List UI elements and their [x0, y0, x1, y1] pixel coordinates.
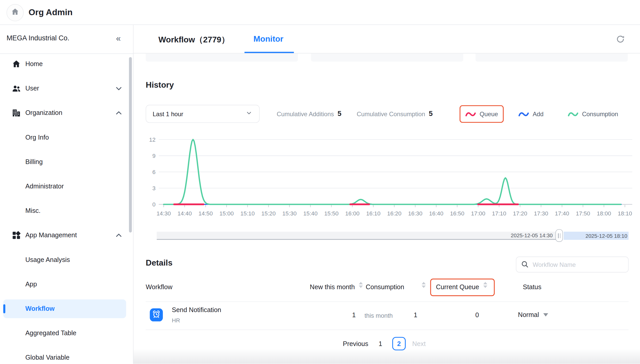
sidebar-item-workflow[interactable]: Workflow: [0, 297, 134, 321]
sidebar-item-label: Home: [25, 60, 43, 68]
workflow-name[interactable]: Send Notification: [172, 306, 221, 314]
cell-new-suffix: this month: [365, 312, 393, 319]
stat-value: 5: [429, 110, 433, 118]
sidebar-item-label: Administrator: [25, 183, 64, 190]
content-bottom-fade: [134, 349, 640, 364]
sidebar-item-label: App: [25, 281, 37, 288]
sidebar-item-administrator[interactable]: Administrator: [0, 174, 134, 199]
sidebar-item-label: User: [25, 85, 39, 92]
home-avatar[interactable]: [6, 4, 24, 21]
search-input[interactable]: [516, 257, 629, 272]
sidebar-item-label: Global Variable: [25, 354, 69, 361]
legend-label: Add: [533, 111, 544, 117]
sidebar-item-user[interactable]: User: [0, 76, 134, 101]
svg-text:15:20: 15:20: [261, 210, 276, 217]
sidebar-item-label: Organization: [25, 109, 62, 117]
sidebar-item-app-management[interactable]: App Management: [0, 223, 134, 248]
stat-label: Cumulative Additions: [277, 110, 334, 117]
row-divider-top: [146, 302, 628, 302]
sort-current-queue[interactable]: [483, 282, 487, 288]
svg-text:9: 9: [152, 153, 155, 159]
status-dropdown[interactable]: Normal: [518, 311, 548, 319]
time-range-select[interactable]: Last 1 hour: [146, 105, 260, 123]
sidebar-item-label: Billing: [25, 158, 43, 166]
collapse-sidebar-button[interactable]: «: [113, 33, 124, 44]
legend-label: Queue: [479, 111, 498, 117]
svg-text:15:00: 15:00: [219, 210, 234, 217]
svg-text:6: 6: [152, 169, 155, 175]
stat-card-cut-2: [311, 53, 463, 62]
sidebar-item-usage-analysis[interactable]: Usage Analysis: [0, 248, 134, 272]
refresh-button[interactable]: [614, 33, 627, 47]
svg-text:14:50: 14:50: [198, 210, 213, 217]
sidebar-item-organization[interactable]: Organization: [0, 101, 134, 125]
chevron-down-icon: [114, 84, 124, 93]
legend-consumption[interactable]: Consumption: [563, 105, 623, 123]
pagination-previous[interactable]: Previous: [343, 339, 368, 349]
svg-text:15:30: 15:30: [282, 210, 297, 217]
sidebar-item-label: App Management: [25, 232, 77, 239]
users-icon: [11, 84, 21, 93]
svg-text:18:00: 18:00: [597, 210, 611, 217]
svg-text:16:30: 16:30: [408, 210, 423, 217]
tab-workflow[interactable]: Workflow（2779）: [158, 34, 229, 45]
wave-icon: [465, 111, 476, 117]
legend-add[interactable]: Add: [513, 105, 548, 123]
sort-consumption[interactable]: [422, 282, 426, 288]
svg-text:16:20: 16:20: [387, 210, 402, 217]
sidebar-item-billing[interactable]: Billing: [0, 150, 134, 174]
col-status: Status: [523, 280, 541, 294]
sidebar-scrollbar[interactable]: [129, 57, 132, 232]
app-title: Org Admin: [29, 7, 73, 17]
stat-cumulative-consumption: Cumulative Consumption 5: [357, 105, 433, 123]
sidebar-item-aggregated-table[interactable]: Aggregated Table: [0, 321, 134, 345]
svg-text:17:30: 17:30: [534, 210, 548, 217]
sidebar-item-home[interactable]: Home: [0, 52, 134, 76]
row-divider-bottom: [146, 330, 628, 330]
refresh-icon: [616, 34, 625, 46]
sidebar-item-label: Usage Analysis: [25, 256, 70, 263]
datazoom-start-label: 2025-12-05 14:30: [511, 232, 553, 239]
svg-text:14:30: 14:30: [156, 210, 171, 217]
search-icon: [521, 261, 529, 268]
tab-monitor[interactable]: Monitor: [253, 34, 283, 43]
home-icon: [11, 59, 21, 69]
wave-icon: [568, 111, 578, 117]
cell-consumption: 1: [414, 312, 417, 319]
details-heading: Details: [146, 258, 172, 267]
cell-current-queue: 0: [475, 312, 479, 319]
svg-text:0: 0: [152, 201, 155, 208]
sidebar-item-app[interactable]: App: [0, 272, 134, 296]
datazoom-handle[interactable]: [556, 229, 563, 242]
svg-text:16:50: 16:50: [450, 210, 465, 217]
sidebar-item-org-info[interactable]: Org Info: [0, 125, 134, 150]
stat-label: Cumulative Consumption: [357, 110, 425, 117]
workflow-type-icon: [150, 308, 163, 322]
sidebar-item-label: Misc.: [25, 207, 40, 215]
sidebar-item-global-variable[interactable]: Global Variable: [0, 345, 134, 364]
sidebar-item-misc[interactable]: Misc.: [0, 199, 134, 223]
pagination-page-1[interactable]: 1: [376, 339, 385, 349]
svg-text:12: 12: [149, 136, 156, 143]
pagination-next[interactable]: Next: [412, 339, 426, 349]
time-range-value: Last 1 hour: [153, 110, 245, 117]
svg-text:17:00: 17:00: [471, 210, 485, 217]
active-item-indicator: [3, 304, 5, 313]
history-heading: History: [146, 80, 174, 90]
sort-new-this-month[interactable]: [359, 282, 363, 288]
svg-text:3: 3: [152, 185, 155, 192]
wave-icon: [518, 111, 529, 117]
svg-text:17:40: 17:40: [555, 210, 569, 217]
org-name: MEGA Industrial Co.: [6, 34, 69, 42]
legend-queue[interactable]: Queue: [460, 105, 504, 123]
datazoom-track[interactable]: 2025-12-05 14:30: [157, 232, 557, 240]
status-value: Normal: [518, 311, 539, 319]
pagination-page-2-current[interactable]: 2: [392, 337, 406, 350]
chevron-up-icon: [114, 231, 124, 240]
col-new-this-month: New this month: [310, 280, 355, 294]
svg-text:18:10: 18:10: [618, 210, 632, 217]
datazoom-selected-range[interactable]: 2025-12-05 18:10: [564, 232, 628, 240]
col-current-queue: Current Queue: [436, 280, 479, 294]
svg-text:17:50: 17:50: [576, 210, 590, 217]
legend-label: Consumption: [582, 111, 618, 117]
